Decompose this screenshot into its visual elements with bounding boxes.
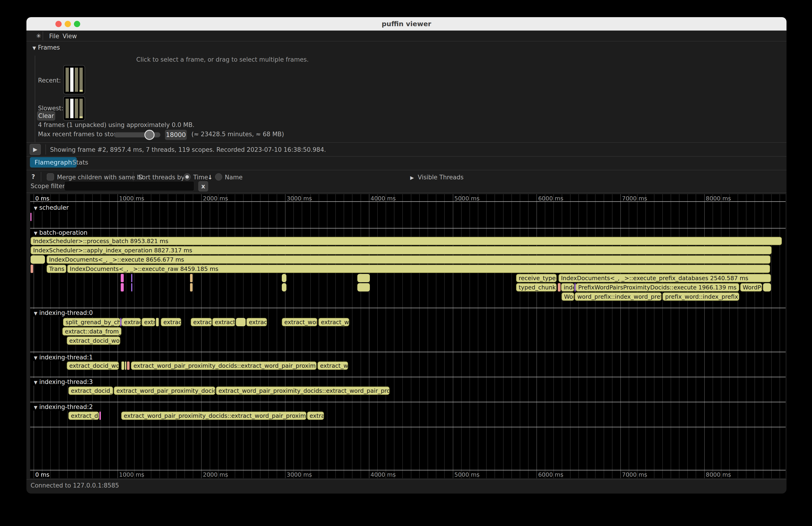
scope-bar[interactable] xyxy=(31,255,45,264)
ruler-tick-label: 1000 ms xyxy=(119,195,144,202)
max-frames-slider-knob[interactable] xyxy=(144,130,155,140)
max-frames-note: (≈ 23428.5 minutes, ≈ 68 MB) xyxy=(191,131,284,138)
visible-threads-toggle[interactable]: ▶ Visible Threads xyxy=(410,174,463,181)
frames-section-header[interactable]: ▼ Frames xyxy=(32,44,60,51)
scope-bar[interactable] xyxy=(125,362,126,370)
section-divider xyxy=(30,427,786,427)
scope-filter-clear-button[interactable]: x xyxy=(198,181,208,191)
scope-bar[interactable] xyxy=(31,265,33,273)
scope-bar[interactable]: IndexScheduler>::process_batch 8953.821 … xyxy=(31,237,782,245)
scope-bar[interactable]: extract_word_pair_proximity_docids::extr… xyxy=(131,362,317,370)
play-button[interactable]: ▶ xyxy=(30,144,41,155)
scope-bar[interactable]: PrefixWordPairsProximityDocids::execute … xyxy=(576,283,739,292)
menu-view[interactable]: View xyxy=(62,33,77,40)
merge-children-checkbox[interactable] xyxy=(47,173,54,180)
scope-bar[interactable]: prefix_word::index_prefix_wo xyxy=(663,292,739,301)
scope-bar[interactable]: word_prefix::index_word_prefix_ xyxy=(575,292,662,301)
scope-bar[interactable]: IndexScheduler>::apply_index_operation 8… xyxy=(31,246,772,254)
scope-bar[interactable] xyxy=(763,283,771,292)
frames-hint: Click to select a frame, or drag to sele… xyxy=(136,56,309,63)
scope-bar[interactable] xyxy=(190,274,193,282)
ruler-tick-label: 7000 ms xyxy=(622,195,647,202)
scope-bar[interactable]: extrac xyxy=(307,411,324,420)
frame-bar[interactable] xyxy=(75,99,78,118)
scope-bar[interactable]: extra xyxy=(142,318,155,326)
scope-bar[interactable] xyxy=(131,283,132,292)
scope-bar[interactable] xyxy=(127,362,130,370)
slowest-frames-thumbnail[interactable] xyxy=(63,96,85,121)
scope-bar[interactable] xyxy=(121,274,124,282)
scope-bar[interactable] xyxy=(282,274,287,282)
scope-bar[interactable]: Trans xyxy=(47,265,66,273)
thread-header-indexing-thread-2[interactable]: ▼indexing-thread:2 xyxy=(32,403,95,411)
scope-bar[interactable]: extract_wo xyxy=(318,318,349,326)
sort-time-label[interactable]: Time xyxy=(193,174,208,181)
frame-bar[interactable] xyxy=(70,68,73,92)
recent-frames-thumbnail[interactable] xyxy=(63,65,85,94)
flamegraph-canvas[interactable]: 0 ms1000 ms2000 ms3000 ms4000 ms5000 ms6… xyxy=(30,194,786,478)
sort-name-label[interactable]: Name xyxy=(225,174,243,181)
frame-bar[interactable] xyxy=(79,99,83,118)
frame-bar[interactable] xyxy=(70,99,73,118)
scope-bar[interactable] xyxy=(121,283,124,292)
scope-bar[interactable]: extract_ xyxy=(212,318,235,326)
clear-button[interactable]: Clear xyxy=(37,111,55,120)
scope-bar[interactable]: extract_word_pair_proximity_docids::extr… xyxy=(216,386,390,395)
scope-bar[interactable] xyxy=(121,362,124,370)
scope-bar[interactable] xyxy=(236,318,246,326)
thread-header-indexing-thread-1[interactable]: ▼indexing-thread:1 xyxy=(32,354,95,361)
scope-bar[interactable] xyxy=(190,283,193,292)
scope-bar[interactable]: IndexDocuments<_, _>::execute_raw 8459.1… xyxy=(67,265,770,273)
scope-bar[interactable]: extract xyxy=(121,318,141,326)
scope-bar[interactable]: IndexDocuments<_, _>::execute_prefix_dat… xyxy=(559,274,771,282)
merge-children-label[interactable]: Merge children with same ID xyxy=(57,174,143,181)
scope-bar[interactable]: index xyxy=(561,283,574,292)
scope-bar[interactable]: WordPr xyxy=(740,283,762,292)
menu-file[interactable]: File xyxy=(49,33,59,40)
sort-direction-arrow-icon[interactable]: ↓ xyxy=(208,174,213,181)
scope-bar[interactable]: extract_word_pair_proximity_docids::extr… xyxy=(121,411,306,420)
frame-bar[interactable] xyxy=(79,68,83,92)
scope-bar[interactable]: extract xyxy=(246,318,267,326)
scope-bar[interactable] xyxy=(99,411,101,420)
scope-bar[interactable]: extract_ xyxy=(191,318,212,326)
scope-filter-input[interactable] xyxy=(64,181,194,191)
scope-bar[interactable]: receive_typed_ xyxy=(516,274,556,282)
ruler-tick-label: 6000 ms xyxy=(538,195,563,202)
ruler-tick-label: 2000 ms xyxy=(203,471,228,478)
frame-bar[interactable] xyxy=(75,68,78,92)
scope-bar[interactable]: Word xyxy=(562,292,574,301)
thread-header-indexing-thread-3[interactable]: ▼indexing-thread:3 xyxy=(32,378,95,385)
scope-bar[interactable]: extract_docid_word xyxy=(68,386,113,395)
scope-bar[interactable] xyxy=(156,318,159,326)
thread-header-batch-operation[interactable]: ▼batch-operation xyxy=(32,229,89,236)
scope-bar[interactable] xyxy=(30,213,31,221)
thread-header-scheduler[interactable]: ▼scheduler xyxy=(32,204,71,211)
tab-stats[interactable]: Stats xyxy=(68,157,93,167)
scope-bar[interactable] xyxy=(357,274,370,282)
scope-bar[interactable] xyxy=(558,283,561,292)
frame-bar[interactable] xyxy=(66,99,69,118)
sort-name-radio[interactable] xyxy=(215,173,222,180)
help-button[interactable]: ? xyxy=(31,173,35,180)
scope-bar[interactable]: extract_docid_word xyxy=(67,362,119,370)
scope-bar[interactable] xyxy=(357,283,370,292)
scope-bar[interactable] xyxy=(131,274,132,282)
scope-bar[interactable]: IndexDocuments<_, _>::execute 8656.677 m… xyxy=(47,255,770,264)
max-frames-value[interactable]: 18000 xyxy=(165,130,187,140)
theme-toggle-icon[interactable]: ✳ xyxy=(36,32,41,39)
scope-bar[interactable]: split_grenad_by_chun xyxy=(63,318,120,326)
scope-bar[interactable]: extract_word_pair_proximity_docids xyxy=(114,386,215,395)
scope-bar[interactable]: extract_docid_word xyxy=(67,336,120,345)
scope-bar[interactable]: extract_doc xyxy=(68,411,99,420)
thread-header-indexing-thread-0[interactable]: ▼indexing-thread:0 xyxy=(32,309,95,317)
scope-bar[interactable]: extract::data_from_ob xyxy=(62,327,121,336)
sort-time-radio[interactable] xyxy=(184,173,191,180)
scope-bar[interactable]: extract_word xyxy=(282,318,317,326)
scope-bar[interactable]: extract xyxy=(161,318,181,326)
frame-bar[interactable] xyxy=(66,68,69,92)
collapse-triangle-icon: ▼ xyxy=(34,405,37,410)
scope-bar[interactable] xyxy=(282,283,287,292)
scope-bar[interactable]: typed_chunk::w xyxy=(516,283,556,292)
scope-bar[interactable]: extract_wo xyxy=(318,362,348,370)
